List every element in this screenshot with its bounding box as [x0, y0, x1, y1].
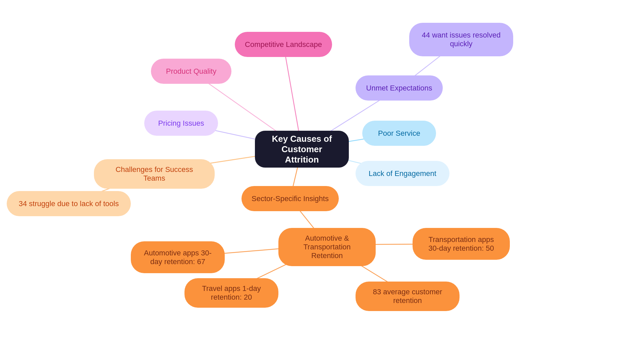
node-competitive: Competitive Landscape [235, 32, 332, 57]
node-pricing: Pricing Issues [144, 111, 218, 136]
node-auto-apps: Automotive apps 30-day retention: 67 [131, 241, 225, 273]
node-poor-service: Poor Service [362, 121, 436, 146]
node-travel-apps: Travel apps 1-day retention: 20 [184, 278, 278, 308]
node-avg-retention: 83 average customer retention [356, 282, 460, 311]
node-sector: Sector-Specific Insights [241, 186, 339, 211]
node-center: Key Causes of Customer Attrition [255, 131, 349, 168]
node-lack-tools: 34 struggle due to lack of tools [7, 191, 131, 216]
node-lack-engage: Lack of Engagement [356, 161, 449, 186]
node-want-issues: 44 want issues resolved quickly [409, 23, 513, 56]
node-transport-apps: Transportation apps 30-day retention: 50 [413, 228, 510, 260]
node-auto-transport: Automotive & Transportation Retention [278, 228, 376, 266]
node-challenges: Challenges for Success Teams [94, 159, 215, 189]
mind-map-container: Key Causes of Customer AttritionCompetit… [0, 0, 644, 363]
node-product-quality: Product Quality [151, 59, 231, 84]
node-unmet: Unmet Expectations [356, 75, 443, 101]
